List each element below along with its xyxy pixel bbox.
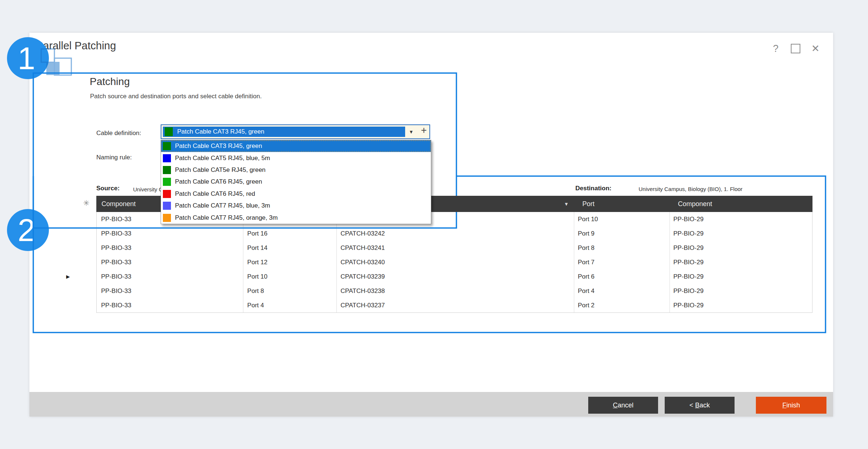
cell-dest-component: PP-BIO-29 <box>669 212 812 226</box>
cell-dest-port: Port 2 <box>574 298 669 313</box>
dropdown-item[interactable]: Patch Cable CAT7 RJ45, blue, 3m <box>161 200 431 212</box>
page-background: Parallel Patching ? ✕ 1 2 Patching Patch… <box>0 0 868 449</box>
cell-cable: CPATCH-03238 <box>336 284 573 298</box>
cable-definition-dropdown-list: Patch Cable CAT3 RJ45, green Patch Cable… <box>161 140 431 224</box>
cable-color-swatch <box>163 190 171 198</box>
cell-dest-component: PP-BIO-29 <box>669 284 812 298</box>
cell-source-component: PP-BIO-33 <box>97 284 243 298</box>
cell-dest-port: Port 8 <box>574 241 669 255</box>
patching-table-body: PP-BIO-33 Port 10 PP-BIO-29 PP-BIO-33 Po… <box>96 212 812 313</box>
cell-cable: CPATCH-03241 <box>336 241 573 255</box>
cancel-button[interactable]: Cancel <box>588 397 658 414</box>
add-cable-definition-icon[interactable]: + <box>421 125 427 136</box>
dropdown-item-label: Patch Cable CAT5e RJ45, green <box>175 166 265 174</box>
cell-cable: CPATCH-03240 <box>336 255 573 269</box>
cable-color-swatch <box>163 214 171 222</box>
destination-label: Destination: <box>575 185 611 192</box>
cell-dest-component: PP-BIO-29 <box>669 298 812 313</box>
sort-descending-icon[interactable]: ▼ <box>564 196 569 212</box>
close-button[interactable]: ✕ <box>807 41 824 56</box>
header-source-component[interactable]: Component <box>101 196 136 212</box>
cell-source-component: PP-BIO-33 <box>97 270 243 284</box>
cable-color-swatch <box>163 166 171 174</box>
cell-source-component: PP-BIO-33 <box>97 226 243 241</box>
dropdown-item-label: Patch Cable CAT7 RJ45, blue, 3m <box>175 202 270 209</box>
cable-definition-label: Cable definition: <box>96 130 141 137</box>
section-subtitle: Patch source and destination ports and s… <box>90 93 262 100</box>
cell-source-component: PP-BIO-33 <box>97 298 243 313</box>
cable-color-swatch <box>163 154 171 162</box>
table-settings-icon[interactable]: ✳ <box>83 199 90 208</box>
dropdown-item-label: Patch Cable CAT5 RJ45, blue, 5m <box>175 155 270 162</box>
cell-dest-port: Port 10 <box>574 212 669 226</box>
dropdown-item[interactable]: Patch Cable CAT7 RJ45, orange, 3m <box>161 212 431 224</box>
cell-dest-port: Port 7 <box>574 255 669 269</box>
source-label: Source: <box>96 185 119 192</box>
dropdown-item[interactable]: Patch Cable CAT3 RJ45, green <box>161 140 431 152</box>
table-row[interactable]: PP-BIO-33 Port 16 CPATCH-03242 Port 9 PP… <box>97 226 812 241</box>
table-row[interactable]: PP-BIO-33 Port 8 CPATCH-03238 Port 4 PP-… <box>97 284 812 298</box>
dropdown-item[interactable]: Patch Cable CAT5 RJ45, blue, 5m <box>161 152 431 164</box>
table-row[interactable]: PP-BIO-33 Port 10 CPATCH-03239 Port 6 PP… <box>97 270 812 284</box>
dropdown-item-label: Patch Cable CAT3 RJ45, green <box>175 142 262 150</box>
dropdown-item[interactable]: Patch Cable CAT5e RJ45, green <box>161 164 431 176</box>
header-dest-port[interactable]: Port <box>582 196 594 212</box>
cell-source-component: PP-BIO-33 <box>97 241 243 255</box>
help-button[interactable]: ? <box>768 41 784 56</box>
header-dest-component[interactable]: Component <box>678 196 712 212</box>
back-button[interactable]: < Back <box>665 397 735 414</box>
dropdown-item-label: Patch Cable CAT6 RJ45, green <box>175 178 262 185</box>
table-row[interactable]: PP-BIO-33 Port 12 CPATCH-03240 Port 7 PP… <box>97 255 812 269</box>
cell-dest-component: PP-BIO-29 <box>669 226 812 241</box>
cell-cable: CPATCH-03239 <box>336 270 573 284</box>
cable-color-swatch <box>163 202 171 210</box>
cell-cable: CPATCH-03237 <box>336 298 573 313</box>
naming-rule-label: Naming rule: <box>96 154 132 161</box>
cell-dest-port: Port 4 <box>574 284 669 298</box>
cell-source-port: Port 16 <box>243 226 336 241</box>
combobox-value-text: Patch Cable CAT3 RJ45, green <box>177 128 264 135</box>
cell-dest-port: Port 6 <box>574 270 669 284</box>
cell-source-port: Port 8 <box>243 284 336 298</box>
cable-color-swatch <box>163 178 171 186</box>
table-row[interactable]: PP-BIO-33 Port 4 CPATCH-03237 Port 2 PP-… <box>97 298 812 313</box>
dropdown-item[interactable]: Patch Cable CAT6 RJ45, red <box>161 188 431 200</box>
help-icon: ? <box>773 43 778 54</box>
close-icon: ✕ <box>811 43 820 54</box>
cell-source-port: Port 14 <box>243 241 336 255</box>
dropdown-item-label: Patch Cable CAT6 RJ45, red <box>175 190 255 198</box>
dropdown-item[interactable]: Patch Cable CAT6 RJ45, green <box>161 176 431 188</box>
cell-dest-component: PP-BIO-29 <box>669 255 812 269</box>
cable-color-swatch <box>163 142 171 150</box>
cell-source-port: Port 12 <box>243 255 336 269</box>
section-heading: Patching <box>90 76 130 88</box>
cancel-button-label: Cancel <box>613 402 633 409</box>
cell-source-component: PP-BIO-33 <box>97 255 243 269</box>
cable-definition-combobox[interactable]: Patch Cable CAT3 RJ45, green ▼ + <box>161 124 430 139</box>
cell-dest-port: Port 9 <box>574 226 669 241</box>
maximize-icon <box>791 44 800 53</box>
cable-color-swatch <box>165 127 173 136</box>
combobox-dropdown-icon[interactable]: ▼ <box>409 129 414 135</box>
dropdown-item-label: Patch Cable CAT7 RJ45, orange, 3m <box>175 214 278 222</box>
finish-button-label: Finish <box>782 402 800 409</box>
back-button-label: < Back <box>689 402 710 409</box>
cell-dest-component: PP-BIO-29 <box>669 241 812 255</box>
dialog-title: Parallel Patching <box>36 40 116 52</box>
cell-cable: CPATCH-03242 <box>336 226 573 241</box>
maximize-button[interactable] <box>787 41 804 56</box>
finish-button[interactable]: Finish <box>756 397 826 414</box>
combobox-selected-value: Patch Cable CAT3 RJ45, green <box>163 127 405 137</box>
cell-source-port: Port 10 <box>243 270 336 284</box>
cell-dest-component: PP-BIO-29 <box>669 270 812 284</box>
cell-source-port: Port 4 <box>243 298 336 313</box>
table-row[interactable]: PP-BIO-33 Port 14 CPATCH-03241 Port 8 PP… <box>97 241 812 255</box>
source-location: University C <box>133 186 163 192</box>
destination-location: University Campus, Biology (BIO), 1. Flo… <box>639 186 743 192</box>
current-row-pointer-icon: ▶ <box>66 274 70 279</box>
